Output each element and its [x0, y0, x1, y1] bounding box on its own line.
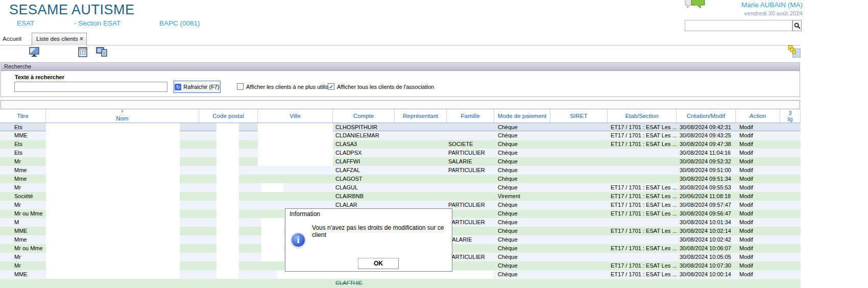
calculator-icon[interactable]	[78, 47, 87, 59]
cell-creation: 30/08/2024 10:02:42	[677, 235, 736, 244]
table-row[interactable]: SociétéCLAIRBNBVirementET17 / 1701 : ESA…	[0, 192, 801, 201]
column-header-titre[interactable]: Titre	[0, 109, 46, 123]
cell-siret	[550, 131, 608, 140]
redaction-block	[46, 192, 180, 201]
cell-titre: Mme	[0, 235, 46, 244]
cell-siret	[550, 166, 608, 175]
search-groupbox-title: Recherche	[1, 63, 800, 71]
cell-siret	[550, 235, 608, 244]
redaction-block	[261, 235, 284, 244]
close-icon[interactable]: ×	[80, 35, 83, 42]
table-row[interactable]: MMECLDANIELEMARChèqueET17 / 1701 : ESAT …	[0, 131, 801, 140]
cell-mode: Chèque	[494, 157, 550, 166]
cell-mode: Virement	[494, 192, 550, 201]
redaction-block	[261, 253, 284, 261]
search-text-label: Texte à rechercher	[15, 74, 64, 80]
cell-titre: Mme	[0, 175, 46, 183]
cell-creation: 30/08/2024 10:02:14	[677, 227, 736, 235]
table-row[interactable]: EtsCLHOSPITHUIRChèqueET17 / 1701 : ESAT …	[0, 123, 801, 131]
cell-action: Modif	[736, 235, 780, 244]
cell-titre: Mr	[0, 183, 46, 192]
column-header-famille[interactable]: Famille	[447, 109, 494, 123]
search-text-input[interactable]	[14, 82, 167, 92]
cell-mode: Chèque	[494, 235, 550, 244]
table-row[interactable]: MmeCLAFZALPARTICULIERChèque30/08/2024 09…	[0, 166, 801, 175]
redaction-block	[261, 227, 284, 235]
current-date: vendredi 30 août 2024	[613, 10, 803, 16]
column-header-etab[interactable]: Etab/Section	[608, 109, 677, 123]
tab-liste-des-clients[interactable]: Liste des clients ×	[32, 33, 87, 45]
table-row[interactable]: EtsCLASA3SOCIETEChèqueET17 / 1701 : ESAT…	[0, 140, 801, 149]
column-header-nom[interactable]: ∧Nom	[46, 109, 199, 123]
table-row[interactable]: MrCLAGULChèqueET17 / 1701 : ESAT Les ...…	[0, 183, 801, 192]
redaction-block	[261, 183, 284, 192]
sort-asc-icon: ∧	[46, 109, 199, 113]
redaction-block	[46, 123, 180, 132]
table-row[interactable]: MmeCLAGOSTChèque30/08/2024 09:51:34Modif	[0, 175, 801, 183]
cell-compte: CLAFFWI	[333, 157, 395, 166]
column-header-compte[interactable]: Compte	[333, 109, 395, 123]
redaction-block	[216, 244, 239, 253]
cell-famille: PARTICULIER	[447, 253, 494, 261]
column-header-action[interactable]: Action	[736, 109, 780, 123]
cell-creation: 30/08/2024 10:07:30	[677, 261, 736, 270]
checkbox-clients-ne-plus-utiliser[interactable]	[237, 83, 244, 90]
redaction-block	[216, 261, 239, 270]
cell-compte: CLADPSX	[333, 149, 395, 157]
redaction-block	[261, 218, 284, 227]
cell-siret	[550, 227, 608, 235]
cell-ville	[258, 175, 333, 183]
cell-compte: CLAGOST	[333, 175, 395, 183]
table-row-partial[interactable]: CLAFTHIE	[0, 279, 801, 288]
column-header-ville[interactable]: Ville	[258, 109, 333, 123]
checkbox-tous-clients-association[interactable]: ✓	[328, 83, 334, 90]
refresh-button[interactable]: ↻ Rafraichir (F7)	[174, 81, 221, 93]
cell-mode: Chèque	[494, 149, 550, 157]
cell-creation: 30/08/2024 09:55:53	[677, 183, 736, 192]
column-header-rep[interactable]: Représentant	[395, 109, 447, 123]
cell-siret	[550, 183, 608, 192]
cell-mode: Chèque	[494, 140, 550, 149]
global-search-button[interactable]	[792, 20, 802, 31]
table-row[interactable]: EtsCLADPSXPARTICULIERChèque30/08/2024 11…	[0, 149, 801, 157]
cell-etab: ET17 / 1701 : ESAT Les ...	[608, 270, 677, 279]
cell-action: Modif	[736, 149, 780, 157]
cell-action: Modif	[736, 131, 780, 140]
grid-group-panel[interactable]	[1, 100, 800, 109]
cascade-windows-icon[interactable]	[788, 45, 801, 60]
dialog-title: Information	[290, 210, 320, 218]
cell-creation: 30/08/2024 09:47:38	[677, 140, 736, 149]
cell-ville	[258, 166, 333, 175]
tab-strip: Accueil Liste des clients ×	[0, 33, 801, 45]
checkbox1-label: Afficher les clients à ne plus utiliser	[246, 84, 333, 90]
redaction-block	[46, 131, 180, 140]
redaction-block	[216, 166, 239, 175]
cell-siret	[550, 244, 608, 253]
column-header-creation[interactable]: Création/Modif	[677, 109, 736, 123]
table-row[interactable]: MrCLAFFWISALARIEChèque30/08/2024 09:52:3…	[0, 157, 801, 166]
column-header-siret[interactable]: SIRET	[550, 109, 608, 123]
column-header-mode[interactable]: Mode de paiement	[494, 109, 550, 123]
bapc-label: BAPC (0061)	[159, 19, 200, 27]
cell-titre: Ets	[0, 140, 46, 149]
cell-siret	[550, 201, 608, 209]
dialog-shadow	[277, 271, 493, 279]
column-header-partial[interactable]: 3lig	[780, 109, 801, 123]
global-search-input[interactable]	[685, 20, 792, 31]
cell-creation: 30/08/2024 09:51:00	[677, 166, 736, 175]
tab-accueil[interactable]: Accueil	[3, 36, 21, 42]
cell-rep	[395, 166, 447, 175]
redaction-block	[216, 123, 239, 132]
cell-mode: Chèque	[494, 201, 550, 209]
cell-etab	[608, 253, 677, 261]
cell-siret	[550, 261, 608, 270]
cell-etab	[608, 149, 677, 157]
redaction-block	[46, 157, 180, 166]
monitor-icon[interactable]	[29, 47, 39, 59]
cell-mode: Chèque	[494, 227, 550, 235]
ok-button[interactable]: OK	[358, 258, 399, 269]
cell-siret	[550, 192, 608, 201]
cell-action: Modif	[736, 209, 780, 218]
column-header-cp[interactable]: Code postal	[199, 109, 258, 123]
dual-screen-icon[interactable]	[96, 47, 108, 59]
